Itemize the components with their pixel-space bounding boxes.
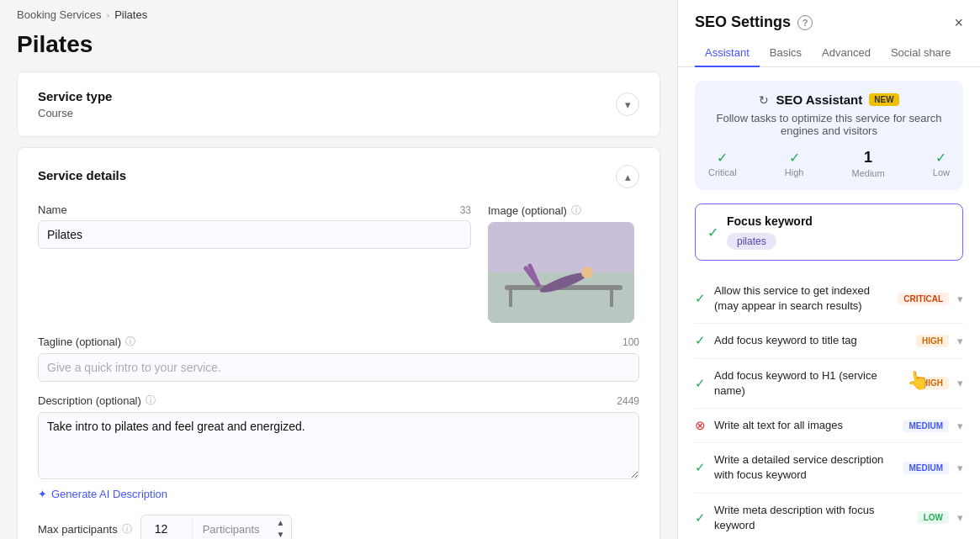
task-text: Add focus keyword to H1 (service name) (714, 368, 908, 399)
new-badge: NEW (869, 93, 898, 106)
task-text: Allow this service to get indexed (may a… (714, 283, 889, 314)
tagline-info-icon[interactable]: ⓘ (125, 335, 135, 349)
svg-point-6 (581, 267, 593, 278)
focus-keyword-card[interactable]: ✓ Focus keyword pilates (695, 203, 963, 261)
task-badge-low: LOW (918, 511, 949, 524)
description-label: Description (optional) ⓘ (38, 394, 156, 408)
breadcrumb: Booking Services › Pilates (0, 0, 677, 28)
name-counter: 33 (460, 204, 471, 216)
seo-tabs: Assistant Basics Advanced Social share (678, 31, 980, 67)
focus-kw-tag: pilates (727, 233, 776, 250)
seo-close-button[interactable]: × (954, 15, 963, 30)
task-check-icon: ✓ (695, 510, 706, 526)
task-badge-critical: CRITICAL (898, 293, 949, 305)
task-text: Write meta description with focus keywor… (714, 503, 909, 533)
page-title: Pilates (0, 28, 677, 71)
description-section: Description (optional) ⓘ 2449 Take intro… (38, 394, 639, 501)
service-details-collapse-button[interactable]: ▴ (616, 165, 639, 188)
breadcrumb-chevron: › (106, 10, 109, 20)
assistant-box: ↻ SEO Assistant NEW Follow tasks to opti… (695, 81, 963, 190)
seo-header: SEO Settings ? × (678, 0, 980, 31)
medium-number: 1 (864, 149, 872, 166)
low-label: Low (933, 167, 950, 177)
service-details-form: Name 33 Image (optional) ⓘ (38, 203, 639, 539)
sparkle-icon: ✦ (38, 488, 47, 500)
tagline-input[interactable] (38, 353, 639, 382)
task-expand-icon[interactable]: ▾ (957, 511, 963, 524)
task-error-icon: ⊗ (695, 418, 706, 433)
score-low: ✓ Low (933, 150, 950, 177)
participants-decrement-button[interactable]: ▼ (277, 529, 285, 539)
participants-increment-button[interactable]: ▲ (277, 517, 285, 529)
generate-ai-button[interactable]: ✦ Generate AI Description (38, 488, 167, 500)
image-info-icon[interactable]: ⓘ (571, 203, 581, 218)
description-label-row: Description (optional) ⓘ 2449 (38, 394, 639, 408)
assistant-box-header: ↻ SEO Assistant NEW (708, 92, 950, 107)
tab-social-share[interactable]: Social share (881, 40, 961, 67)
task-list: ✓ Allow this service to get indexed (may… (695, 274, 963, 539)
service-details-header: Service details ▴ (38, 165, 639, 188)
breadcrumb-current: Pilates (114, 8, 147, 21)
task-badge-high: HIGH (916, 377, 949, 389)
participants-value: 12 (141, 515, 192, 539)
task-badge-medium: MEDIUM (903, 420, 949, 432)
name-label: Name (38, 203, 67, 216)
participants-label: Max participants ⓘ (38, 522, 132, 536)
score-critical: ✓ Critical (708, 150, 737, 177)
service-type-info: Service type Course (38, 89, 112, 119)
refresh-icon: ↻ (759, 93, 769, 107)
service-details-card: Service details ▴ Name 33 Image (optiona… (17, 147, 660, 539)
task-badge-high: HIGH (916, 335, 949, 347)
task-expand-icon[interactable]: ▾ (957, 335, 963, 347)
name-image-row: Name 33 Image (optional) ⓘ (38, 203, 639, 323)
participants-input-wrap: 12 Participants ▲ ▼ (140, 515, 293, 539)
task-item-meta-desc: ✓ Write meta description with focus keyw… (695, 494, 963, 540)
description-info-icon[interactable]: ⓘ (146, 394, 156, 408)
service-type-card: Service type Course ▾ (17, 71, 660, 137)
medium-label: Medium (852, 168, 885, 178)
image-label: Image (optional) ⓘ (488, 203, 639, 218)
task-text: Write a detailed service description wit… (714, 452, 894, 483)
service-type-title: Service type (38, 89, 112, 103)
tab-basics[interactable]: Basics (760, 40, 812, 67)
description-textarea[interactable]: Take intro to pilates and feel great and… (38, 412, 639, 479)
focus-kw-title: Focus keyword (727, 214, 951, 228)
seo-help-icon[interactable]: ? (797, 15, 813, 30)
image-section: Image (optional) ⓘ (488, 203, 639, 323)
breadcrumb-parent[interactable]: Booking Services (17, 8, 101, 21)
task-badge-medium: MEDIUM (903, 462, 949, 474)
scores-row: ✓ Critical ✓ High 1 Medium ✓ Low (708, 149, 950, 178)
seo-title-row: SEO Settings ? (695, 13, 813, 31)
score-medium: 1 Medium (852, 149, 885, 178)
participants-info-icon[interactable]: ⓘ (122, 522, 132, 536)
name-input[interactable] (38, 220, 471, 249)
svg-rect-4 (610, 290, 613, 307)
task-check-icon: ✓ (695, 291, 706, 306)
tab-advanced[interactable]: Advanced (812, 40, 881, 67)
tab-assistant[interactable]: Assistant (695, 40, 760, 67)
seo-body: ↻ SEO Assistant NEW Follow tasks to opti… (678, 67, 980, 539)
service-type-value: Course (38, 107, 112, 119)
name-section: Name 33 (38, 203, 471, 249)
service-type-collapse-button[interactable]: ▾ (616, 92, 639, 116)
participants-row: Max participants ⓘ 12 Participants ▲ ▼ (38, 515, 639, 539)
high-label: High (785, 167, 804, 177)
assistant-title: SEO Assistant (776, 92, 862, 107)
task-expand-icon[interactable]: ▾ (957, 377, 963, 389)
task-text: Add focus keyword to title tag (714, 333, 908, 348)
name-label-row: Name 33 (38, 203, 471, 216)
description-counter: 2449 (617, 395, 639, 407)
tagline-label: Tagline (optional) ⓘ (38, 335, 135, 349)
participants-stepper: ▲ ▼ (270, 517, 292, 539)
task-item-title-tag: ✓ Add focus keyword to title tag HIGH ▾ (695, 324, 963, 358)
assistant-desc: Follow tasks to optimize this service fo… (708, 112, 950, 137)
focus-kw-content: Focus keyword pilates (727, 214, 951, 250)
task-expand-icon[interactable]: ▾ (957, 293, 963, 305)
high-check-icon: ✓ (789, 150, 800, 166)
score-high: ✓ High (785, 150, 804, 177)
task-expand-icon[interactable]: ▾ (957, 420, 963, 432)
service-details-title: Service details (38, 168, 126, 182)
task-item-h1: ✓ Add focus keyword to H1 (service name)… (695, 359, 963, 409)
task-text: Write alt text for all images (714, 418, 894, 433)
task-expand-icon[interactable]: ▾ (957, 462, 963, 474)
